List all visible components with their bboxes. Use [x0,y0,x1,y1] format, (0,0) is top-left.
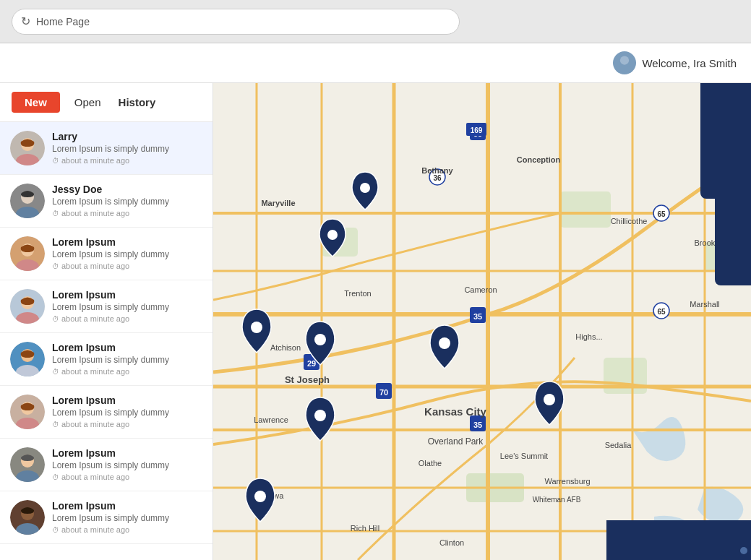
svg-text:Marshall: Marshall [690,300,720,309]
contact-time: ⏱about a minute ago [52,367,202,376]
svg-point-93 [439,337,450,349]
clock-icon: ⏱ [52,526,59,534]
clock-icon: ⏱ [52,473,59,481]
contact-time: ⏱about a minute ago [52,314,202,323]
contact-details: Lorem IpsumLorem Ipsum is simply dummy⏱a… [52,500,202,534]
svg-text:Overland Park: Overland Park [428,436,484,447]
sidebar: New Open History LarryLorem Ipsum is sim… [0,83,213,560]
svg-text:65: 65 [657,308,666,316]
tab-new-button[interactable]: New [12,92,60,113]
contact-name: Lorem Ipsum [52,500,202,512]
contact-details: Jessy DoeLorem Ipsum is simply dummy⏱abo… [52,184,202,217]
contact-details: Lorem IpsumLorem Ipsum is simply dummy⏱a… [52,395,202,428]
svg-point-89 [360,183,370,193]
clock-icon: ⏱ [52,421,59,428]
svg-rect-30 [560,191,611,228]
contact-time: ⏱about a minute ago [52,420,202,428]
clock-icon: ⏱ [52,315,59,323]
clock-icon: ⏱ [52,157,59,165]
url-text: Home Page [36,16,90,27]
contact-message: Lorem Ipsum is simply dummy [52,355,202,365]
svg-text:Whiteman AFB: Whiteman AFB [533,496,581,504]
svg-text:70: 70 [379,388,388,397]
panel-right-bottom [606,520,751,560]
contact-time: ⏱about a minute ago [52,473,202,481]
svg-text:Atchison: Atchison [270,343,301,352]
contact-name: Larry [52,131,202,142]
svg-text:Lawrence: Lawrence [254,415,288,424]
svg-point-95 [544,394,555,405]
contact-item[interactable]: Lorem IpsumLorem Ipsum is simply dummy⏱a… [0,386,213,439]
contact-avatar [10,184,45,218]
svg-point-96 [254,491,266,502]
contact-avatar [10,500,45,535]
contact-message: Lorem Ipsum is simply dummy [52,302,202,312]
svg-text:Chillicothe: Chillicothe [611,217,648,225]
svg-text:Bethany: Bethany [421,166,453,175]
svg-point-92 [314,334,326,345]
url-bar[interactable]: ↻ Home Page [12,9,460,35]
svg-text:Cameron: Cameron [464,285,497,294]
clock-icon: ⏱ [52,368,59,376]
svg-point-91 [251,322,262,333]
contact-time: ⏱about a minute ago [52,262,202,270]
clock-icon: ⏱ [52,262,59,270]
contact-avatar [10,131,45,165]
contact-time: ⏱about a minute ago [52,156,202,165]
svg-point-94 [314,410,326,421]
contact-message: Lorem Ipsum is simply dummy [52,197,202,207]
svg-point-90 [327,230,338,240]
contact-name: Lorem Ipsum [52,236,202,248]
contact-name: Jessy Doe [52,184,202,195]
avatar [613,51,636,74]
contact-item[interactable]: Lorem IpsumLorem Ipsum is simply dummy⏱a… [0,280,213,333]
user-info: Welcome, Ira Smith [613,51,737,74]
contact-details: Lorem IpsumLorem Ipsum is simply dummy⏱a… [52,342,202,376]
contact-avatar [10,447,45,482]
svg-text:29: 29 [307,359,316,368]
tabs-bar: New Open History [0,83,213,122]
contact-item[interactable]: Jessy DoeLorem Ipsum is simply dummy⏱abo… [0,175,213,228]
contact-avatar [10,236,45,271]
tab-history-button[interactable]: History [116,92,159,113]
contact-avatar [10,395,45,429]
contact-item[interactable]: Lorem IpsumLorem Ipsum is simply dummy⏱a… [0,228,213,280]
svg-text:Rich Hill: Rich Hill [351,524,379,533]
svg-text:169: 169 [471,126,483,134]
contact-name: Lorem Ipsum [52,395,202,406]
svg-text:Trenton: Trenton [344,289,372,298]
contact-item[interactable]: Lorem IpsumLorem Ipsum is simply dummy⏱a… [0,491,213,544]
tab-open-button[interactable]: Open [72,92,104,113]
contact-item[interactable]: LarryLorem Ipsum is simply dummy⏱about a… [0,122,213,175]
contacts-list: LarryLorem Ipsum is simply dummy⏱about a… [0,122,213,560]
app-header: Welcome, Ira Smith [0,43,751,83]
main-content: New Open History LarryLorem Ipsum is sim… [0,83,751,560]
svg-text:35: 35 [473,421,482,429]
contact-item[interactable]: Lorem IpsumLorem Ipsum is simply dummy⏱a… [0,333,213,386]
map-area[interactable]: 35 35 35 70 70 29 169 65 65 36 [213,83,751,560]
contact-name: Lorem Ipsum [52,289,202,301]
map-background: 35 35 35 70 70 29 169 65 65 36 [213,83,751,560]
contact-message: Lorem Ipsum is simply dummy [52,408,202,418]
svg-text:Warrensburg: Warrensburg [544,477,590,486]
svg-point-1 [617,66,632,74]
svg-text:65: 65 [657,210,666,218]
contact-time: ⏱about a minute ago [52,209,202,217]
contact-details: LarryLorem Ipsum is simply dummy⏱about a… [52,131,202,165]
svg-text:Kansas City: Kansas City [424,405,487,418]
contact-message: Lorem Ipsum is simply dummy [52,460,202,470]
contact-message: Lorem Ipsum is simply dummy [52,144,202,154]
svg-text:Lee's Summit: Lee's Summit [500,452,548,460]
svg-text:Conception: Conception [517,155,561,164]
svg-point-0 [620,56,629,64]
contact-details: Lorem IpsumLorem Ipsum is simply dummy⏱a… [52,289,202,323]
svg-text:St Joseph: St Joseph [285,374,330,385]
contact-time: ⏱about a minute ago [52,525,202,534]
svg-text:Olathe: Olathe [419,459,442,468]
contact-details: Lorem IpsumLorem Ipsum is simply dummy⏱a… [52,447,202,481]
contact-name: Lorem Ipsum [52,447,202,459]
welcome-text: Welcome, Ira Smith [642,57,737,69]
refresh-icon[interactable]: ↻ [21,14,30,28]
contact-item[interactable]: Lorem IpsumLorem Ipsum is simply dummy⏱a… [0,439,213,491]
contact-message: Lorem Ipsum is simply dummy [52,513,202,523]
